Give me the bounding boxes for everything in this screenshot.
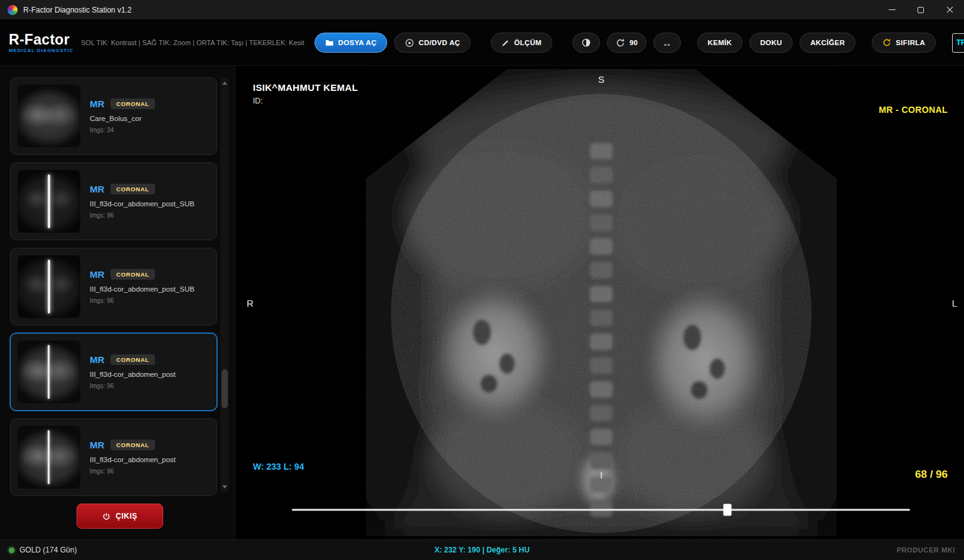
plane-badge: CORONAL [110, 269, 154, 280]
exit-label: ÇIKIŞ [115, 512, 137, 520]
title-bar: R-Factor Diagnostic Station v1.2 [0, 0, 964, 20]
series-thumbnail [18, 341, 80, 403]
slice-counter-overlay: 68 / 96 [915, 468, 948, 481]
plane-badge: CORONAL [110, 354, 154, 365]
preset-tissue-button[interactable]: DOKU [749, 33, 793, 53]
app-logo-icon [8, 5, 18, 15]
window-title: R-Factor Diagnostic Station v1.2 [23, 6, 132, 14]
status-bar: GOLD (174 Gün) X: 232 Y: 190 | Değer: 5 … [0, 539, 964, 560]
license-status: GOLD (174 Gün) [9, 546, 77, 554]
modality-label: MR [90, 354, 104, 365]
lang-tr-button[interactable]: TR [952, 33, 964, 53]
open-file-label: DOSYA AÇ [338, 39, 377, 46]
plane-badge: CORONAL [110, 98, 154, 109]
open-file-button[interactable]: DOSYA AÇ [314, 33, 387, 53]
flip-icon: ↔ [662, 38, 672, 48]
contrast-button[interactable] [572, 33, 600, 53]
orientation-left: L [952, 297, 957, 308]
minimize-button[interactable] [877, 0, 906, 19]
bone-label: KEMİK [708, 39, 732, 46]
window-level-overlay: W: 233 L: 94 [253, 462, 304, 472]
series-label-overlay: MR - CORONAL [879, 105, 948, 115]
brand-subtitle: MEDICAL DIAGNOSTIC [9, 48, 73, 53]
power-icon [102, 512, 110, 520]
series-name: Care_Bolus_cor [90, 115, 155, 122]
tissue-label: DOKU [760, 39, 782, 46]
scroll-down-icon [222, 485, 227, 489]
measure-button[interactable]: ÖLÇÜM [491, 33, 552, 53]
series-card[interactable]: MR CORONAL III_fl3d-cor_abdomen_post_SUB… [10, 162, 217, 240]
brand-logo: R-Factor MEDICAL DIAGNOSTIC [9, 32, 73, 53]
modality-label: MR [90, 440, 104, 450]
scroll-up-icon [222, 82, 227, 85]
reset-button[interactable]: SIFIRLA [872, 33, 936, 53]
series-sidebar: MR CORONAL Care_Bolus_cor Imgs: 34 MR CO… [0, 66, 235, 539]
brand-title: R-Factor [9, 32, 73, 47]
orientation-right: R [247, 297, 254, 308]
measure-label: ÖLÇÜM [514, 39, 542, 46]
slice-slider-thumb[interactable] [724, 504, 732, 516]
folder-icon [325, 39, 334, 46]
rotate-label: 90 [629, 39, 638, 46]
series-thumbnail [18, 426, 80, 489]
orientation-superior: S [598, 74, 604, 85]
modality-label: MR [90, 184, 104, 194]
series-name: III_fl3d-cor_abdomen_post_SUB [90, 200, 195, 208]
preset-bone-button[interactable]: KEMİK [697, 33, 743, 53]
close-button[interactable] [935, 0, 964, 19]
window-controls [877, 0, 964, 19]
status-dot-icon [9, 547, 14, 553]
minimize-icon [889, 9, 896, 10]
series-info: MR CORONAL III_fl3d-cor_abdomen_post Img… [90, 354, 176, 389]
producer-label: PRODUCER MKI [897, 546, 955, 554]
rotate-icon [616, 38, 625, 48]
pencil-icon [501, 39, 510, 47]
open-cd-label: CD/DVD AÇ [419, 39, 460, 46]
toolbar: DOSYA AÇ CD/DVD AÇ ÖLÇÜM 90 ↔ [314, 33, 964, 53]
series-image-count: Imgs: 96 [90, 468, 176, 475]
reset-icon [882, 38, 891, 47]
close-icon [946, 6, 953, 13]
series-card[interactable]: MR CORONAL III_fl3d-cor_abdomen_post_SUB… [10, 248, 217, 325]
app-window: R-Factor Diagnostic Station v1.2 R-Facto… [0, 0, 964, 560]
series-image-count: Imgs: 96 [90, 212, 195, 219]
series-image-count: Imgs: 96 [90, 383, 176, 389]
contrast-icon [581, 38, 591, 48]
flip-button[interactable]: ↔ [653, 33, 680, 53]
maximize-button[interactable] [906, 0, 935, 19]
modality-label: MR [90, 98, 104, 109]
slice-slider-track[interactable] [292, 509, 910, 511]
series-scrollbar[interactable] [220, 77, 229, 492]
series-image-count: Imgs: 34 [90, 127, 155, 134]
series-image-count: Imgs: 96 [90, 297, 195, 304]
series-name: III_fl3d-cor_abdomen_post [90, 456, 176, 463]
mri-image[interactable] [366, 69, 837, 536]
mouse-hint-text: SOL TIK: Kontrast | SAĞ TIK: Zoom | ORTA… [81, 39, 304, 46]
license-status-label: GOLD (174 Gün) [19, 546, 77, 554]
preset-lung-button[interactable]: AKCİĞER [800, 33, 855, 53]
orientation-inferior: I [600, 470, 602, 480]
modality-label: MR [90, 269, 104, 280]
scroll-down-button[interactable] [220, 482, 229, 491]
scroll-up-button[interactable] [220, 78, 229, 87]
maximize-icon [918, 7, 924, 13]
exit-button[interactable]: ÇIKIŞ [77, 504, 163, 529]
series-list: MR CORONAL Care_Bolus_cor Imgs: 34 MR CO… [10, 77, 217, 496]
series-card-selected[interactable]: MR CORONAL III_fl3d-cor_abdomen_post Img… [10, 333, 217, 411]
series-card[interactable]: MR CORONAL III_fl3d-cor_abdomen_post Img… [10, 418, 217, 496]
series-info: MR CORONAL Care_Bolus_cor Imgs: 34 [90, 98, 155, 134]
series-name: III_fl3d-cor_abdomen_post [90, 371, 176, 378]
plane-badge: CORONAL [110, 184, 154, 194]
series-card[interactable]: MR CORONAL Care_Bolus_cor Imgs: 34 [10, 77, 217, 155]
image-viewer[interactable]: ISIK^MAHMUT KEMAL ID: MR - CORONAL S I R… [235, 66, 964, 539]
open-cd-button[interactable]: CD/DVD AÇ [394, 33, 471, 53]
patient-name-overlay: ISIK^MAHMUT KEMAL [253, 82, 358, 93]
patient-id-overlay: ID: [253, 97, 262, 105]
header-toolbar: R-Factor MEDICAL DIAGNOSTIC SOL TIK: Kon… [0, 20, 964, 66]
language-toggle: TR EN [952, 33, 964, 53]
reset-label: SIFIRLA [896, 39, 925, 46]
scrollbar-thumb[interactable] [222, 369, 228, 408]
rotate-90-button[interactable]: 90 [607, 33, 646, 53]
series-thumbnail [18, 85, 80, 147]
slice-slider[interactable] [292, 502, 910, 518]
